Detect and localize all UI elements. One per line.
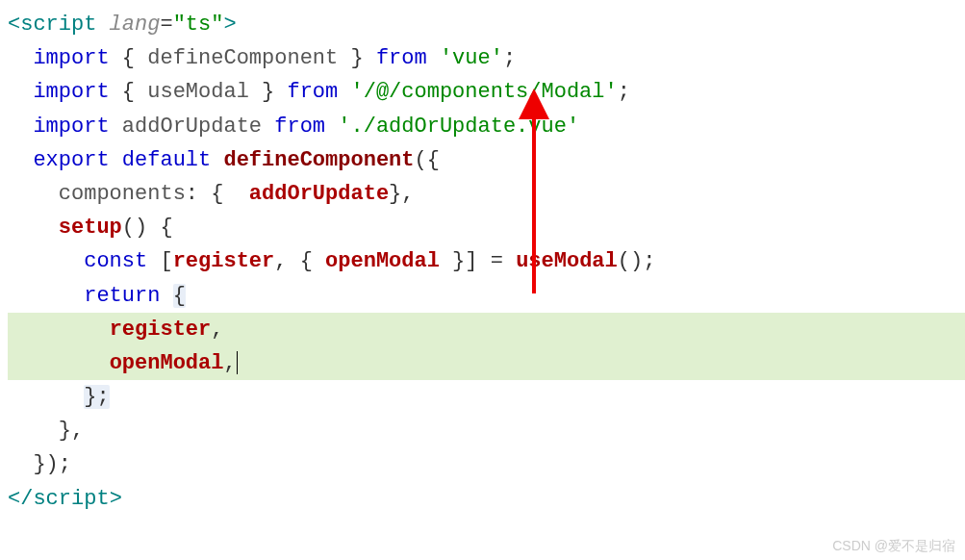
string: "ts" (173, 13, 224, 37)
keyword: from (364, 46, 440, 70)
code-line: export default defineComponent({ (8, 143, 965, 177)
code-line: }, (8, 414, 965, 447)
semicolon: ; (503, 46, 516, 70)
keyword: const (84, 249, 160, 273)
tag-bracket: > (110, 487, 122, 511)
brace: { (147, 216, 172, 240)
tag-bracket: </ (8, 487, 33, 511)
brace: { (122, 80, 147, 104)
brace: { (211, 182, 249, 206)
tag-bracket: < (8, 13, 20, 37)
keyword: import (33, 80, 121, 104)
code-line: const [register, { openModal }] = useMod… (8, 244, 965, 278)
keyword: export (33, 148, 121, 172)
identifier: addOrUpdate (122, 115, 262, 139)
indent (8, 182, 59, 206)
method-name: setup (59, 216, 122, 240)
brace: } (249, 80, 274, 104)
function-call: defineComponent (223, 148, 414, 172)
parens: () (618, 249, 643, 273)
code-line: return { (8, 279, 965, 313)
identifier: openModal (110, 351, 224, 375)
brace: { (300, 249, 325, 273)
colon: : (186, 182, 211, 206)
string: 'vue' (440, 46, 503, 70)
watermark: CSDN @爱不是归宿 (832, 535, 955, 556)
function-call: useModal (516, 249, 618, 273)
brace: { (427, 148, 440, 172)
matched-brace: { (173, 284, 186, 308)
keyword: import (33, 115, 121, 139)
comma: , (211, 318, 223, 342)
indent (8, 249, 84, 273)
indent (8, 284, 84, 308)
keyword: import (33, 46, 121, 70)
comma: , (223, 351, 236, 375)
brace: { (122, 46, 147, 70)
indent (8, 80, 33, 104)
parens: () (122, 216, 147, 240)
brace-comma: }, (59, 419, 84, 443)
code-line: setup() { (8, 211, 965, 244)
indent (8, 385, 84, 409)
property: components (59, 182, 186, 206)
tag-bracket: > (223, 13, 236, 37)
indent (8, 318, 110, 342)
indent (8, 419, 59, 443)
semicolon: ; (643, 249, 655, 273)
keyword: from (262, 115, 338, 139)
code-line: }; (8, 380, 965, 414)
bracket: [ (160, 249, 172, 273)
assign: = (478, 249, 517, 273)
code-line: import { defineComponent } from 'vue'; (8, 41, 965, 75)
comma: , (274, 249, 299, 273)
identifier: openModal (325, 249, 440, 273)
indent (8, 351, 110, 375)
code-line: }); (8, 447, 965, 481)
identifier: useModal (147, 80, 249, 104)
code-line-highlighted: register, (8, 313, 965, 346)
tag-name: script (33, 487, 109, 511)
code-line: components: { addOrUpdate}, (8, 177, 965, 211)
code-line: </script> (8, 482, 965, 516)
identifier: register (173, 249, 275, 273)
text-cursor (237, 351, 238, 374)
string: '/@/components/Modal' (350, 80, 617, 104)
string: './addOrUpdate.vue' (338, 115, 579, 139)
code-line: import addOrUpdate from './addOrUpdate.v… (8, 110, 965, 143)
attr-name: lang (96, 13, 160, 37)
indent (8, 46, 33, 70)
keyword: return (84, 284, 172, 308)
brace: } (440, 249, 465, 273)
brace: } (338, 46, 363, 70)
keyword: from (274, 80, 350, 104)
identifier: register (110, 318, 212, 342)
identifier: defineComponent (147, 46, 338, 70)
indent (8, 216, 59, 240)
identifier: addOrUpdate (249, 182, 389, 206)
tag-name: script (20, 13, 96, 37)
bracket: ] (465, 249, 477, 273)
code-line-highlighted: openModal, (8, 346, 965, 380)
matched-brace: }; (84, 385, 109, 409)
indent (8, 115, 33, 139)
semicolon: ; (618, 80, 630, 104)
code-editor: <script lang="ts"> import { defineCompon… (0, 0, 965, 516)
code-line: import { useModal } from '/@/components/… (8, 75, 965, 109)
paren: ( (415, 148, 427, 172)
close-curly: } (33, 452, 45, 476)
equals: = (160, 13, 172, 37)
indent (8, 148, 33, 172)
keyword: default (122, 148, 224, 172)
close-paren-semi: ); (46, 452, 71, 476)
code-line: <script lang="ts"> (8, 8, 965, 41)
brace-comma: }, (389, 182, 414, 206)
indent (8, 452, 33, 476)
